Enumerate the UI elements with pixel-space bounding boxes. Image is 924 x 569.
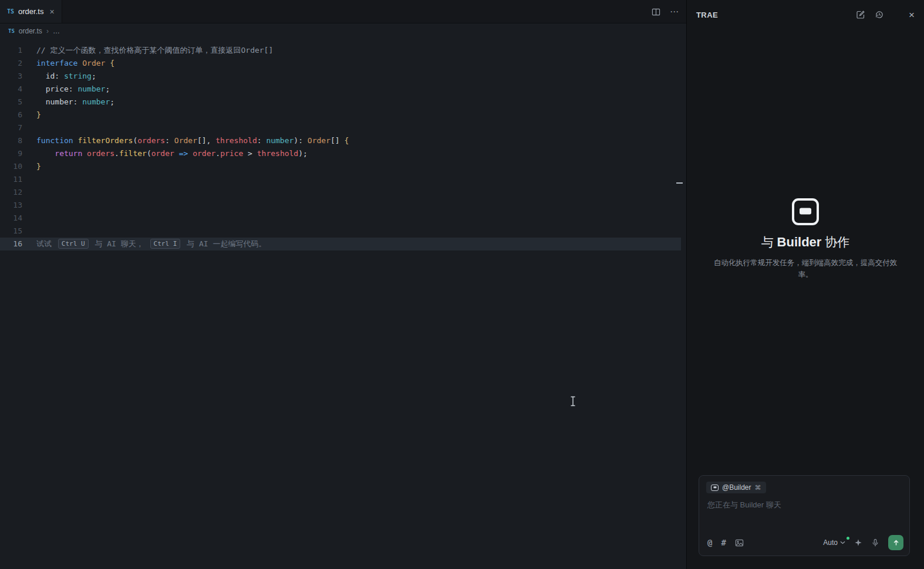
code-text: return orders.filter(order => order.pric… xyxy=(22,147,308,160)
code-text xyxy=(22,173,36,186)
code-line[interactable]: 1// 定义一个函数，查找价格高于某个阈值的订单，直接返回Order[] xyxy=(0,44,681,57)
code-line[interactable]: 5 number: number; xyxy=(0,96,681,109)
send-button[interactable] xyxy=(888,535,903,550)
editor-region: TS order.ts × ⋯ TS order.ts › … 1// 定义一个… xyxy=(0,0,687,569)
more-actions-icon[interactable]: ⋯ xyxy=(670,6,679,17)
kbd-hint: Ctrl U xyxy=(58,239,89,249)
line-number: 16 xyxy=(0,238,22,250)
code-line[interactable]: 14 xyxy=(0,212,681,225)
code-token xyxy=(36,149,55,158)
code-token: orders xyxy=(137,136,165,145)
code-token: ( xyxy=(147,149,151,158)
code-token: function xyxy=(36,136,73,145)
code-token: [], xyxy=(197,136,215,145)
line-number: 10 xyxy=(0,160,22,173)
hash-context-icon[interactable]: # xyxy=(721,538,726,547)
typescript-file-icon: TS xyxy=(7,8,14,15)
code-line[interactable]: 7 xyxy=(0,121,681,134)
code-line[interactable]: 11 xyxy=(0,173,681,186)
code-line[interactable]: 10} xyxy=(0,160,681,173)
code-lines: 1// 定义一个函数，查找价格高于某个阈值的订单，直接返回Order[]2int… xyxy=(0,39,681,569)
model-mode-label: Auto xyxy=(823,538,838,547)
typescript-file-icon: TS xyxy=(8,28,15,34)
code-text: } xyxy=(22,160,41,173)
code-line[interactable]: 3 id: string; xyxy=(0,70,681,83)
builder-mini-icon xyxy=(711,485,719,491)
welcome-title: 与 Builder 协作 xyxy=(687,234,924,250)
code-token: orders xyxy=(87,149,114,158)
code-text: } xyxy=(22,109,41,121)
tab-bar: TS order.ts × ⋯ xyxy=(0,0,686,23)
line-number: 5 xyxy=(0,96,22,109)
code-line[interactable]: 15 xyxy=(0,225,681,238)
code-token: > xyxy=(243,149,257,158)
code-text: function filterOrders(orders: Order[], t… xyxy=(22,134,349,147)
code-line[interactable]: 13 xyxy=(0,199,681,212)
close-panel-icon[interactable]: × xyxy=(909,10,915,20)
line-number: 15 xyxy=(0,225,22,238)
code-token: 与 AI 聊天， xyxy=(90,239,149,248)
code-line[interactable]: 8function filterOrders(orders: Order[], … xyxy=(0,134,681,147)
overview-ruler-mark xyxy=(676,182,683,184)
code-token: threshold xyxy=(257,149,298,158)
new-chat-icon[interactable] xyxy=(856,10,865,19)
code-line[interactable]: 6} xyxy=(0,109,681,121)
code-token: filter xyxy=(119,149,147,158)
enhance-prompt-icon[interactable] xyxy=(854,538,862,547)
microphone-icon[interactable] xyxy=(871,538,879,547)
split-editor-icon[interactable] xyxy=(652,8,660,16)
line-number: 9 xyxy=(0,147,22,160)
code-token: . xyxy=(114,149,119,158)
panel-header: TRAE × xyxy=(687,0,924,29)
code-token: => xyxy=(179,149,188,158)
code-text xyxy=(22,121,36,134)
chevron-down-icon xyxy=(840,541,845,544)
attach-image-icon[interactable] xyxy=(735,538,744,547)
code-token: price xyxy=(220,149,243,158)
code-token: : xyxy=(257,136,267,145)
code-token: id: xyxy=(36,72,64,80)
panel-header-icons: × xyxy=(856,10,915,20)
breadcrumb: TS order.ts › … xyxy=(0,23,686,39)
code-token: number xyxy=(266,136,294,145)
code-line[interactable]: 12 xyxy=(0,186,681,199)
code-text: price: number; xyxy=(22,83,110,96)
code-token: ; xyxy=(110,97,114,106)
builder-context-chip[interactable]: @Builder ⌘ xyxy=(706,482,766,493)
history-icon[interactable] xyxy=(875,10,884,19)
model-mode-dropdown[interactable]: Auto xyxy=(823,538,845,547)
line-number: 13 xyxy=(0,199,22,212)
mention-icon[interactable]: @ xyxy=(707,538,712,547)
code-text: number: number; xyxy=(22,96,114,109)
line-number: 7 xyxy=(0,121,22,134)
code-token: number xyxy=(82,97,110,106)
new-feature-dot xyxy=(847,537,849,540)
breadcrumb-file[interactable]: order.ts xyxy=(19,27,42,35)
code-text: // 定义一个函数，查找价格高于某个阈值的订单，直接返回Order[] xyxy=(22,44,273,57)
code-token: order xyxy=(151,149,174,158)
chat-input-box[interactable]: @Builder ⌘ 您正在与 Builder 聊天 @ # Auto xyxy=(699,475,910,556)
code-token: price: xyxy=(36,84,77,93)
line-number: 4 xyxy=(0,83,22,96)
tab-order-ts[interactable]: TS order.ts × xyxy=(0,0,62,23)
code-line[interactable]: 4 price: number; xyxy=(0,83,681,96)
tab-bar-actions: ⋯ xyxy=(652,0,679,23)
code-line[interactable]: 2interface Order { xyxy=(0,57,681,70)
code-token: ; xyxy=(92,72,96,80)
breadcrumb-more[interactable]: … xyxy=(53,27,60,35)
code-token xyxy=(188,149,193,158)
chip-shortcut: ⌘ xyxy=(755,484,761,492)
line-number: 3 xyxy=(0,70,22,83)
text-cursor-pointer xyxy=(569,396,576,407)
code-line[interactable]: 9 return orders.filter(order => order.pr… xyxy=(0,147,681,160)
tab-close-icon[interactable]: × xyxy=(49,8,54,16)
builder-logo-icon xyxy=(792,198,819,225)
code-line[interactable]: 16试试 Ctrl U 与 AI 聊天， Ctrl I 与 AI 一起编写代码。 xyxy=(0,238,681,250)
ai-chat-panel: TRAE × 与 Builder 协作 自动化执行常规开发任务，端 xyxy=(687,0,924,569)
welcome-title-builder: Builder xyxy=(777,235,822,249)
chat-input-placeholder[interactable]: 您正在与 Builder 聊天 xyxy=(707,500,901,510)
breadcrumb-separator-icon: › xyxy=(46,27,49,35)
code-token: number: xyxy=(36,97,82,106)
code-token: string xyxy=(64,72,92,80)
code-token: [] xyxy=(331,136,344,145)
